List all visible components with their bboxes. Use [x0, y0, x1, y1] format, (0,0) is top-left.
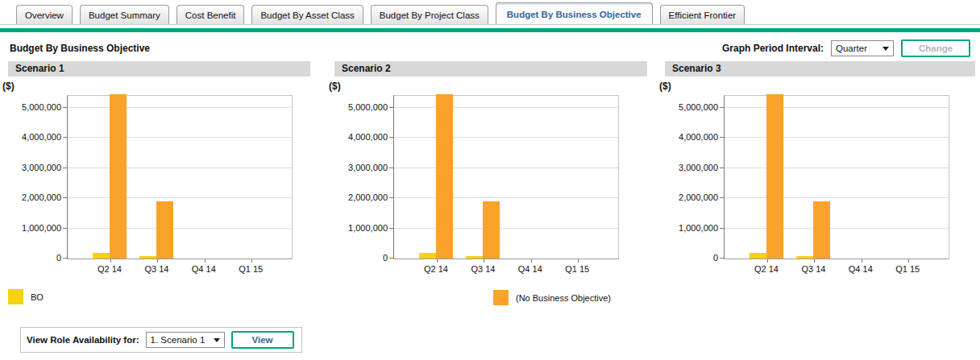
- y-axis-tick: [389, 168, 393, 168]
- y-axis-tick-label: 0: [713, 253, 718, 263]
- x-axis-tick: [908, 259, 909, 263]
- y-axis-tick-label: 5,000,000: [348, 102, 388, 112]
- x-axis-tick-label: Q1 15: [895, 264, 920, 274]
- gridline: [68, 168, 292, 168]
- bar-no-business-objective: [483, 201, 500, 259]
- scenario-2-panel: Scenario 2 ($) 01,000,0002,000,0003,000,…: [334, 61, 647, 276]
- gridline: [394, 228, 618, 229]
- bar-no-business-objective: [766, 94, 783, 259]
- x-axis-tick: [205, 259, 206, 263]
- bar-bo: [139, 256, 156, 259]
- y-axis-labels: 01,000,0002,000,0003,000,0004,000,0005,0…: [8, 95, 67, 258]
- y-axis-tick: [389, 197, 393, 198]
- panel-title: Scenario 2: [334, 61, 647, 77]
- view-button[interactable]: View: [231, 331, 294, 349]
- y-axis-tick-label: 0: [56, 253, 61, 263]
- y-axis-tick: [63, 258, 67, 259]
- y-axis-tick-label: 1,000,000: [679, 223, 718, 233]
- plot-area: [393, 95, 619, 259]
- page-title: Budget By Business Objective: [10, 43, 150, 54]
- y-axis-tick: [63, 137, 67, 138]
- scenario-3-panel: Scenario 3 ($) 01,000,0002,000,0003,000,…: [665, 61, 975, 276]
- x-axis-tick: [484, 259, 484, 263]
- y-axis-tick-label: 1,000,000: [348, 223, 388, 233]
- dropdown-arrow-icon: [214, 338, 220, 342]
- x-axis-tick: [157, 259, 158, 263]
- y-axis-tick-label: 4,000,000: [22, 132, 61, 142]
- legend-bo: BO: [8, 289, 44, 304]
- y-axis-tick-label: 4,000,000: [348, 132, 388, 142]
- x-axis-tick: [814, 259, 815, 263]
- x-axis-tick-label: Q2 14: [424, 264, 448, 274]
- gridline: [725, 137, 949, 138]
- y-axis-tick: [63, 107, 67, 108]
- y-axis-tick-label: 3,000,000: [348, 163, 388, 172]
- y-axis-tick-label: 5,000,000: [679, 102, 718, 112]
- gridline: [68, 197, 292, 198]
- tab-budget-by-project-class[interactable]: Budget By Project Class: [371, 5, 488, 24]
- x-axis-tick: [110, 259, 111, 263]
- bar-bo: [466, 256, 483, 259]
- bar-bo: [750, 253, 766, 259]
- bar-bo: [93, 253, 110, 259]
- change-button[interactable]: Change: [901, 39, 970, 57]
- tab-efficient-frontier[interactable]: Efficient Frontier: [660, 5, 745, 24]
- tab-budget-summary[interactable]: Budget Summary: [80, 5, 169, 24]
- y-axis-tick: [720, 168, 724, 168]
- x-axis-tick-label: Q3 14: [144, 264, 168, 274]
- y-axis-tick-label: 2,000,000: [348, 192, 388, 202]
- y-axis-tick: [720, 107, 724, 108]
- page-header: Budget By Business Objective Graph Perio…: [0, 32, 980, 61]
- legend-label: BO: [31, 292, 44, 302]
- y-axis-tick-label: 0: [383, 253, 388, 263]
- graph-period-label: Graph Period Interval:: [722, 43, 824, 54]
- budget-by-business-objective-page: Overview Budget Summary Cost Benefit Bud…: [0, 0, 980, 360]
- scenario-select[interactable]: 1. Scenario 1: [146, 332, 225, 348]
- gridline: [68, 228, 292, 229]
- bar-chart: 01,000,0002,000,0003,000,0004,000,0005,0…: [334, 95, 647, 259]
- gridline: [725, 168, 949, 168]
- role-availability-bar: View Role Availability for: 1. Scenario …: [20, 327, 302, 353]
- y-axis-tick: [389, 258, 393, 259]
- panel-title: Scenario 1: [8, 61, 310, 77]
- x-axis-tick-label: Q3 14: [801, 264, 825, 274]
- tab-cost-benefit[interactable]: Cost Benefit: [176, 5, 245, 24]
- graph-period-select-value: Quarter: [836, 43, 867, 53]
- y-axis-tick: [720, 228, 724, 229]
- gridline: [725, 197, 949, 198]
- x-axis-tick: [437, 259, 438, 263]
- x-axis-tick: [862, 259, 862, 263]
- tab-overview[interactable]: Overview: [16, 5, 73, 24]
- scenario-select-value: 1. Scenario 1: [151, 335, 206, 345]
- x-axis-tick-label: Q4 14: [849, 264, 873, 274]
- x-axis-tick-label: Q4 14: [518, 264, 542, 274]
- x-axis-tick: [251, 259, 252, 263]
- legend-no-business-objective: (No Business Objective): [493, 290, 611, 305]
- dropdown-arrow-icon: [882, 47, 889, 51]
- y-axis-tick: [720, 137, 724, 138]
- tab-budget-by-asset-class[interactable]: Budget By Asset Class: [251, 5, 363, 24]
- panel-title: Scenario 3: [665, 61, 975, 77]
- y-axis-tick: [389, 228, 393, 229]
- legend-label: (No Business Objective): [516, 293, 611, 303]
- gridline: [394, 168, 618, 168]
- gridline: [394, 137, 618, 138]
- gridline: [68, 107, 292, 108]
- y-axis-tick-label: 3,000,000: [679, 163, 718, 172]
- y-axis-tick-label: 1,000,000: [22, 223, 61, 233]
- x-axis-tick: [578, 259, 579, 263]
- bar-bo: [796, 256, 813, 259]
- graph-period-select[interactable]: Quarter: [831, 40, 894, 56]
- x-axis-tick-label: Q4 14: [192, 264, 216, 274]
- graph-period-controls: Graph Period Interval: Quarter Change: [722, 39, 970, 57]
- y-axis-tick-label: 3,000,000: [22, 163, 61, 172]
- y-axis-tick-label: 2,000,000: [22, 192, 61, 202]
- x-axis-tick-label: Q2 14: [754, 264, 779, 274]
- x-axis-tick-label: Q3 14: [471, 264, 495, 274]
- y-axis-tick: [63, 197, 67, 198]
- tab-budget-by-business-objective[interactable]: Budget By Business Objective: [496, 2, 653, 24]
- y-axis-tick: [720, 258, 724, 259]
- y-axis-tick: [63, 228, 67, 229]
- x-axis-tick-label: Q2 14: [98, 264, 122, 274]
- bar-no-business-objective: [110, 94, 127, 259]
